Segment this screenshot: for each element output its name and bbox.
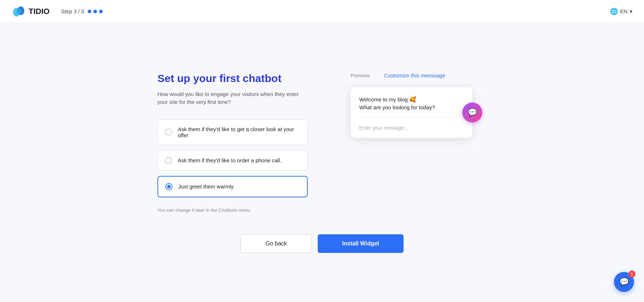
bottom-chat-icon: 💬	[619, 277, 629, 287]
globe-icon: 🌐	[610, 8, 618, 15]
step-dots	[88, 10, 103, 13]
option-3[interactable]: Just greet them warmly	[157, 176, 308, 197]
logo-text: TIDIO	[29, 7, 50, 16]
option-1[interactable]: Ask them if they'd like to get a closer …	[157, 119, 308, 145]
chat-bubble-icon: 💬	[468, 108, 477, 117]
chevron-down-icon: ▾	[630, 8, 633, 15]
step-indicator: Step 3 / 3	[61, 8, 103, 14]
preview-header: Preview Customize this messsage	[351, 72, 487, 78]
hint-text: You can change it later in the Chatbots …	[157, 207, 308, 213]
customize-link[interactable]: Customize this messsage	[384, 72, 445, 78]
tidio-logo-icon	[11, 4, 26, 19]
bottom-chat-button[interactable]: 💬 1	[614, 272, 634, 292]
chat-message-line2: What are you looking for today?	[359, 104, 435, 110]
header: TIDIO Step 3 / 3 🌐 EN ▾	[0, 0, 644, 23]
step-label: Step 3 / 3	[61, 8, 84, 14]
page-body: Set up your first chatbot How would you …	[0, 23, 644, 302]
right-panel: Preview Customize this messsage Welcome …	[351, 72, 487, 227]
buttons-row: Go back Install Widget	[197, 234, 447, 253]
content-wrapper: Set up your first chatbot How would you …	[107, 72, 537, 227]
option-1-label: Ask them if they'd like to get a closer …	[178, 126, 300, 138]
logo: TIDIO	[11, 4, 50, 19]
header-left: TIDIO Step 3 / 3	[11, 4, 103, 19]
radio-inner-3	[167, 185, 171, 188]
chat-message: Welcome to my blog 🥰 What are you lookin…	[359, 96, 464, 118]
install-widget-button[interactable]: Install Widget	[318, 234, 404, 253]
go-back-button[interactable]: Go back	[240, 234, 312, 253]
step-dot-3	[99, 10, 103, 13]
language-label: EN	[620, 8, 628, 14]
chat-input-area[interactable]: Enter your message...	[359, 125, 464, 131]
step-dot-2	[93, 10, 97, 13]
chat-input-placeholder: Enter your message...	[359, 125, 408, 131]
step-dot-1	[88, 10, 91, 13]
options-list: Ask them if they'd like to get a closer …	[157, 119, 308, 197]
page-description: How would you like to engage your visito…	[157, 90, 308, 106]
notification-badge: 1	[628, 270, 635, 278]
preview-label: Preview	[351, 72, 370, 78]
language-selector[interactable]: 🌐 EN ▾	[610, 8, 633, 15]
radio-1	[165, 129, 172, 136]
option-3-label: Just greet them warmly	[178, 183, 234, 190]
center-content: Set up your first chatbot How would you …	[0, 23, 644, 302]
left-panel: Set up your first chatbot How would you …	[157, 72, 308, 227]
radio-2	[165, 157, 172, 164]
chat-message-line1: Welcome to my blog 🥰	[359, 96, 416, 102]
svg-point-2	[16, 8, 21, 15]
option-2[interactable]: Ask them if they'd like to order a phone…	[157, 150, 308, 171]
radio-3	[165, 183, 172, 190]
page-title: Set up your first chatbot	[157, 72, 308, 85]
option-2-label: Ask them if they'd like to order a phone…	[178, 157, 282, 163]
chat-bubble-button[interactable]: 💬	[462, 102, 482, 123]
chat-widget: Welcome to my blog 🥰 What are you lookin…	[351, 87, 472, 138]
